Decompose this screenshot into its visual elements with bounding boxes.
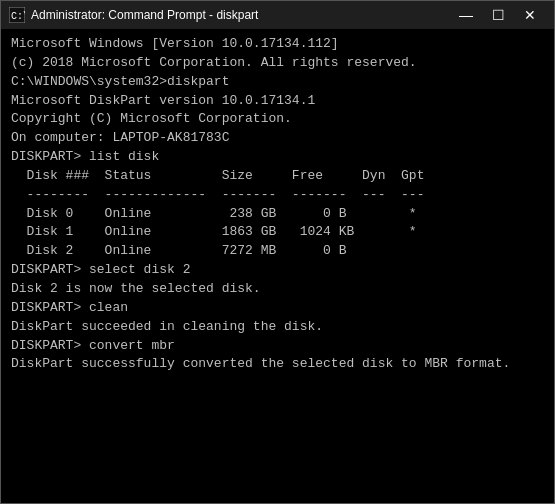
svg-text:C:\: C:\ (11, 11, 25, 22)
terminal-line: (c) 2018 Microsoft Corporation. All righ… (11, 54, 544, 73)
terminal-line: DISKPART> select disk 2 (11, 261, 544, 280)
title-bar: C:\ Administrator: Command Prompt - disk… (1, 1, 554, 29)
terminal-line: -------- ------------- ------- ------- -… (11, 186, 544, 205)
window-controls: — ☐ ✕ (450, 1, 546, 29)
terminal-line: Microsoft Windows [Version 10.0.17134.11… (11, 35, 544, 54)
terminal-line: Disk 1 Online 1863 GB 1024 KB * (11, 223, 544, 242)
terminal-line: C:\WINDOWS\system32>diskpart (11, 73, 544, 92)
terminal-line: DISKPART> list disk (11, 148, 544, 167)
command-prompt-window: C:\ Administrator: Command Prompt - disk… (0, 0, 555, 504)
terminal-line: DiskPart successfully converted the sele… (11, 355, 544, 374)
minimize-button[interactable]: — (450, 1, 482, 29)
maximize-button[interactable]: ☐ (482, 1, 514, 29)
terminal-line: Copyright (C) Microsoft Corporation. (11, 110, 544, 129)
close-button[interactable]: ✕ (514, 1, 546, 29)
terminal-line: Disk 2 Online 7272 MB 0 B (11, 242, 544, 261)
terminal-output[interactable]: Microsoft Windows [Version 10.0.17134.11… (1, 29, 554, 503)
terminal-line: Disk ### Status Size Free Dyn Gpt (11, 167, 544, 186)
terminal-line: Microsoft DiskPart version 10.0.17134.1 (11, 92, 544, 111)
terminal-line: On computer: LAPTOP-AK81783C (11, 129, 544, 148)
terminal-line: Disk 2 is now the selected disk. (11, 280, 544, 299)
terminal-line: Disk 0 Online 238 GB 0 B * (11, 205, 544, 224)
terminal-line: DiskPart succeeded in cleaning the disk. (11, 318, 544, 337)
app-icon: C:\ (9, 7, 25, 23)
terminal-line: DISKPART> clean (11, 299, 544, 318)
window-title: Administrator: Command Prompt - diskpart (31, 8, 450, 22)
terminal-line: DISKPART> convert mbr (11, 337, 544, 356)
